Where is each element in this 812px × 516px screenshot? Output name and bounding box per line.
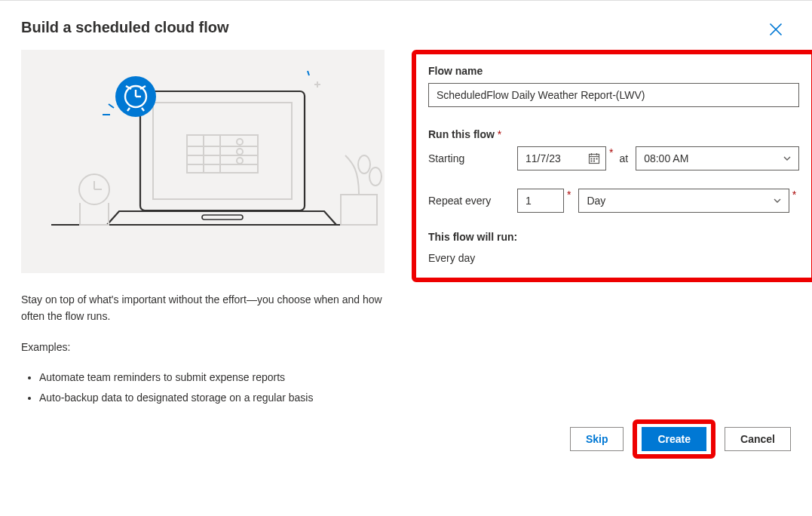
scheduled-flow-dialog: Build a scheduled cloud flow [0, 1, 812, 475]
illustration-panel [21, 50, 385, 273]
repeat-row: Repeat every * * [428, 189, 799, 213]
description-intro: Stay on top of what's important without … [21, 291, 385, 325]
svg-point-11 [237, 158, 243, 164]
create-button[interactable]: Create [642, 427, 706, 451]
starting-row: Starting [428, 146, 799, 170]
svg-rect-2 [153, 103, 292, 199]
required-asterisk: * [567, 189, 571, 201]
form-highlight-region: Flow name Run this flow * Starting [412, 50, 812, 282]
svg-point-12 [237, 139, 243, 145]
svg-rect-3 [202, 215, 243, 220]
run-this-flow-label: Run this flow * [428, 128, 799, 140]
svg-point-10 [237, 149, 243, 155]
svg-rect-4 [187, 135, 258, 173]
create-highlight: Create [633, 419, 715, 459]
examples-list: Automate team reminders to submit expens… [21, 369, 385, 406]
start-time-wrap [636, 146, 799, 170]
required-asterisk: * [498, 128, 501, 140]
repeat-unit-select[interactable] [578, 189, 789, 213]
dialog-footer: Skip Create Cancel [570, 419, 791, 459]
start-date-input[interactable] [517, 146, 606, 170]
repeat-unit-wrap [578, 189, 789, 213]
flow-name-input[interactable] [428, 83, 799, 107]
start-date-wrap [517, 146, 606, 170]
example-item: Auto-backup data to designated storage o… [39, 389, 385, 406]
required-asterisk: * [609, 146, 613, 159]
examples-label: Examples: [21, 339, 385, 355]
svg-point-17 [369, 167, 381, 186]
close-icon [768, 22, 783, 37]
svg-line-30 [308, 71, 309, 75]
close-button[interactable] [768, 22, 783, 37]
svg-rect-1 [140, 91, 305, 210]
starting-label: Starting [428, 152, 517, 164]
svg-line-27 [109, 104, 114, 108]
repeat-count-input[interactable] [517, 189, 564, 213]
dialog-content: Stay on top of what's important without … [21, 50, 791, 457]
svg-point-16 [358, 155, 370, 174]
skip-button[interactable]: Skip [570, 427, 624, 451]
dialog-title: Build a scheduled cloud flow [21, 19, 791, 36]
required-asterisk: * [792, 189, 796, 201]
description-block: Stay on top of what's important without … [21, 291, 385, 406]
laptop-illustration [21, 50, 385, 273]
repeat-label: Repeat every [428, 195, 517, 207]
start-time-select[interactable] [636, 146, 799, 170]
at-label: at [619, 152, 628, 164]
flow-name-label: Flow name [428, 65, 799, 77]
run-summary-text: Every day [428, 252, 799, 264]
cancel-button[interactable]: Cancel [725, 427, 791, 451]
left-column: Stay on top of what's important without … [21, 50, 385, 457]
run-summary-label: This flow will run: [428, 231, 799, 243]
right-column: Flow name Run this flow * Starting [412, 50, 812, 457]
example-item: Automate team reminders to submit expens… [39, 369, 385, 385]
